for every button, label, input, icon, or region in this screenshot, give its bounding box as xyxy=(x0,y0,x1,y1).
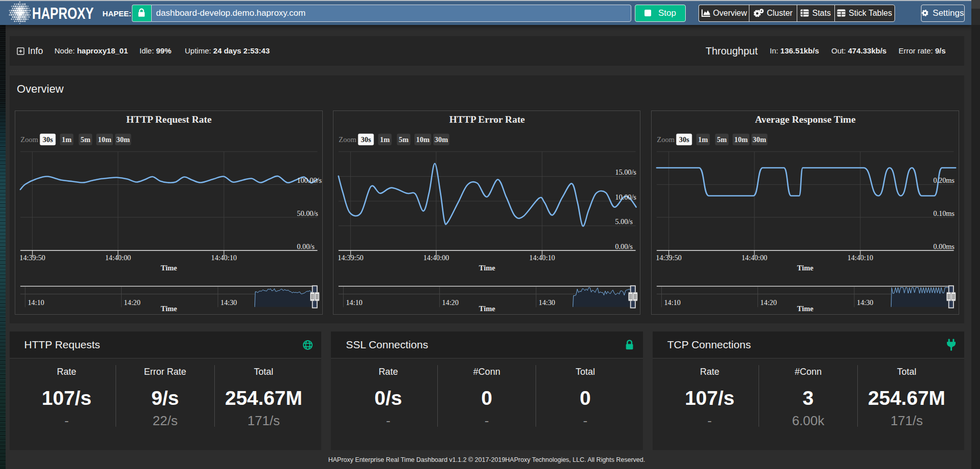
svg-text:1m: 1m xyxy=(62,136,72,144)
svg-text:5.00/s: 5.00/s xyxy=(615,217,633,226)
svg-text:14:10: 14:10 xyxy=(28,298,45,307)
svg-text:30s: 30s xyxy=(679,136,689,144)
svg-text:14:40:10: 14:40:10 xyxy=(529,254,555,262)
svg-text:0.00ms: 0.00ms xyxy=(934,242,955,251)
svg-text:14:39:50: 14:39:50 xyxy=(338,254,363,262)
svg-text:5m: 5m xyxy=(399,136,408,144)
svg-text:1m: 1m xyxy=(698,136,708,144)
svg-text:30m: 30m xyxy=(434,136,448,144)
svg-text:30m: 30m xyxy=(753,136,767,144)
svg-text:14:39:50: 14:39:50 xyxy=(656,254,682,262)
svg-text:14:40:00: 14:40:00 xyxy=(423,254,449,262)
svg-text:14:30: 14:30 xyxy=(220,298,237,307)
svg-text:5m: 5m xyxy=(80,136,90,144)
svg-text:Time: Time xyxy=(797,264,814,272)
svg-text:14:40:10: 14:40:10 xyxy=(211,254,237,262)
svg-text:10.00/s: 10.00/s xyxy=(615,193,636,201)
svg-text:14:39:50: 14:39:50 xyxy=(19,254,45,262)
svg-text:10m: 10m xyxy=(98,136,111,144)
svg-text:14:40:00: 14:40:00 xyxy=(742,254,768,262)
svg-text:50.00/s: 50.00/s xyxy=(297,209,318,217)
svg-text:HTTP Request Rate: HTTP Request Rate xyxy=(126,115,212,125)
svg-text:30s: 30s xyxy=(43,136,53,144)
svg-text:14:20: 14:20 xyxy=(761,298,777,307)
svg-text:Time: Time xyxy=(479,305,495,313)
svg-text:Zoom: Zoom xyxy=(339,135,356,144)
svg-text:Time: Time xyxy=(797,305,814,313)
svg-text:14:10: 14:10 xyxy=(346,298,362,307)
svg-text:HTTP Error Rate: HTTP Error Rate xyxy=(450,115,525,125)
svg-text:0.00/s: 0.00/s xyxy=(615,242,633,251)
svg-text:100.00/s: 100.00/s xyxy=(297,176,322,184)
svg-text:14:20: 14:20 xyxy=(124,298,141,307)
svg-text:14:40:00: 14:40:00 xyxy=(105,254,131,262)
svg-text:Zoom: Zoom xyxy=(657,135,675,144)
svg-text:10m: 10m xyxy=(416,136,430,144)
svg-text:14:20: 14:20 xyxy=(442,298,459,307)
svg-text:Time: Time xyxy=(479,264,495,272)
svg-text:5m: 5m xyxy=(717,136,727,144)
svg-text:14:10: 14:10 xyxy=(664,298,681,307)
svg-text:1m: 1m xyxy=(380,136,389,144)
svg-text:0.10ms: 0.10ms xyxy=(934,209,955,217)
svg-text:0.20ms: 0.20ms xyxy=(934,176,955,184)
svg-text:14:40:10: 14:40:10 xyxy=(848,254,874,262)
svg-text:14:30: 14:30 xyxy=(857,298,874,307)
svg-text:Average Response Time: Average Response Time xyxy=(755,115,856,125)
svg-text:Time: Time xyxy=(161,264,177,272)
svg-text:Zoom: Zoom xyxy=(21,135,39,144)
svg-text:14:30: 14:30 xyxy=(539,298,555,307)
svg-text:Time: Time xyxy=(161,305,177,313)
svg-text:15.00/s: 15.00/s xyxy=(615,169,636,177)
svg-text:0.00/s: 0.00/s xyxy=(297,242,315,251)
svg-text:30m: 30m xyxy=(117,136,130,144)
svg-text:30s: 30s xyxy=(361,136,371,144)
svg-text:10m: 10m xyxy=(735,136,748,144)
